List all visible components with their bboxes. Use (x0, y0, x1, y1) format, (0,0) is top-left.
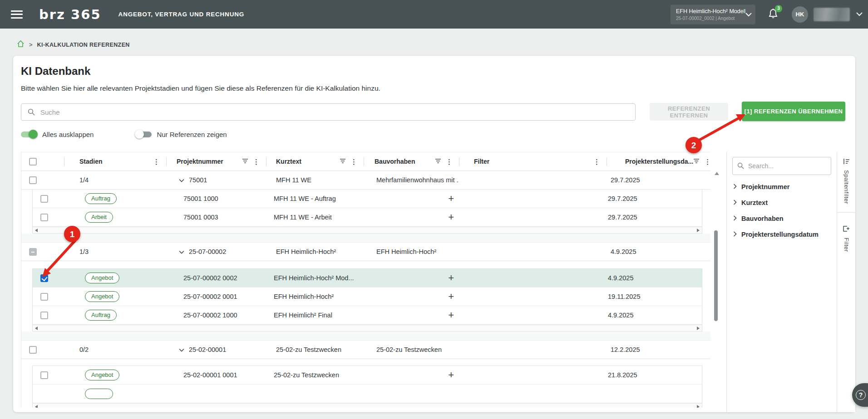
collapse-chevron-icon[interactable] (179, 176, 184, 184)
filter-icon[interactable] (435, 158, 441, 165)
stage-subtable: Angebot25-02-00001 000125-02-zu Testzwec… (32, 365, 702, 408)
scroll-right-icon[interactable] (697, 326, 700, 330)
sidebar-filter-item-projektnummer[interactable]: Projektnummer (727, 179, 837, 195)
sidebar-filter-item-label: Projektnummer (741, 183, 789, 190)
horizontal-scrollbar[interactable] (33, 325, 702, 331)
table-scroll-up-button[interactable] (715, 172, 719, 175)
help-icon: ? (856, 390, 866, 400)
select-all-checkbox[interactable] (29, 158, 37, 166)
tab-filter[interactable]: Filter (837, 219, 855, 252)
stage-projektnummer: 25-02-00001 0001 (167, 366, 266, 384)
add-bauvorhaben-button[interactable]: + (445, 292, 457, 302)
add-bauvorhaben-button[interactable]: + (445, 310, 457, 320)
stage-row-partial (33, 385, 702, 403)
column-header-label: Bauvorhaben (375, 158, 415, 165)
menu-icon[interactable] (11, 10, 23, 19)
column-menu-icon[interactable]: ⋮ (446, 158, 453, 165)
column-menu-icon[interactable]: ⋮ (704, 158, 710, 165)
group-gap (21, 331, 710, 341)
expand-all-toggle[interactable] (21, 130, 37, 139)
group-header-row[interactable]: 0/225-02-0000125-02-zu Testzwecken25-02-… (21, 341, 710, 359)
stage-row[interactable]: Angebot25-02-00001 000125-02-zu Testzwec… (33, 366, 702, 385)
home-icon[interactable] (17, 40, 25, 49)
collapse-chevron-icon[interactable] (179, 346, 184, 353)
column-header-kurztext[interactable]: Kurztext⋮ (266, 152, 364, 171)
collapse-chevron-icon[interactable] (179, 248, 184, 255)
column-header-stadien[interactable]: Stadien⋮ (64, 152, 166, 171)
add-bauvorhaben-button[interactable]: + (445, 194, 457, 204)
filter-icon[interactable] (242, 158, 248, 165)
column-header-bauvorhaben[interactable]: Bauvorhaben⋮ (364, 152, 459, 171)
column-menu-icon[interactable]: ⋮ (350, 158, 357, 165)
filter-icon[interactable] (693, 158, 700, 165)
search-input[interactable] (21, 103, 636, 121)
group-header-row[interactable]: 1/325-07-00002EFH Heimlich-Hoch²EFH Heim… (21, 243, 710, 261)
stage-checkbox[interactable] (40, 195, 48, 203)
project-selector[interactable]: EFH Heimlich-Hoch² Modell 25-07-00002_00… (671, 5, 755, 24)
column-menu-icon[interactable]: ⋮ (253, 158, 260, 165)
only-references-toggle[interactable] (135, 130, 152, 139)
scroll-right-icon[interactable] (697, 405, 700, 408)
scroll-left-icon[interactable] (35, 326, 38, 330)
group-checkbox[interactable] (29, 176, 37, 184)
stage-checkbox[interactable] (40, 274, 48, 282)
project-selector-subtitle: 25-07-00002_0002 | Angebot (676, 16, 745, 21)
sidebar-filter-item-projekterstellungsdatum[interactable]: Projekterstellungsdatum (727, 226, 837, 242)
column-header-label: Stadien (79, 158, 103, 165)
add-bauvorhaben-button[interactable]: + (445, 273, 457, 283)
tab-spaltenfilter-label: Spaltenfilter (843, 170, 850, 204)
scroll-left-icon[interactable] (35, 229, 38, 232)
breadcrumb-current: KI-KALKULATION REFERENZEN (37, 42, 130, 48)
group-checkbox[interactable] (29, 346, 37, 354)
add-bauvorhaben-button[interactable]: + (445, 370, 457, 380)
expand-all-label: Alles ausklappen (42, 131, 94, 138)
horizontal-scrollbar[interactable] (33, 403, 702, 408)
add-bauvorhaben-button[interactable]: + (445, 212, 457, 222)
filter-icon[interactable] (340, 158, 346, 165)
stage-checkbox[interactable] (40, 312, 48, 319)
avatar[interactable]: HK (792, 6, 808, 23)
tab-spaltenfilter[interactable]: Spaltenfilter (837, 152, 855, 204)
column-header-filter[interactable]: Filter⋮ (459, 152, 607, 171)
stage-row[interactable]: Angebot25-07-00002 0001EFH Heimlich-Hoch… (33, 287, 702, 306)
notifications-button[interactable]: 3 (768, 8, 778, 21)
user-menu-chevron-icon[interactable] (856, 12, 863, 16)
stage-badge-cell: Auftrag (64, 306, 167, 324)
group-datum: 29.7.2025 (607, 171, 710, 189)
scroll-right-icon[interactable] (697, 229, 700, 232)
stage-datum: 19.11.2025 (607, 287, 702, 306)
stage-row[interactable]: Auftrag75001 1000MFH 11 WE - Auftrag+29.… (33, 190, 702, 208)
stage-checkbox-cell (33, 269, 64, 287)
column-menu-icon[interactable]: ⋮ (593, 158, 600, 165)
stage-row[interactable]: Auftrag25-07-00002 1000EFH Heimlich² Fin… (33, 306, 702, 325)
group-checkbox[interactable] (29, 248, 37, 256)
stage-row[interactable]: Angebot25-07-00002 0002EFH Heimlich-Hoch… (33, 269, 702, 287)
notification-badge: 3 (775, 5, 782, 12)
stage-bauvorhaben-cell: + (364, 306, 459, 324)
column-header-projektnummer[interactable]: Projektnummer⋮ (166, 152, 266, 171)
stage-checkbox[interactable] (40, 293, 48, 301)
stage-row[interactable]: Arbeit75001 0003MFH 11 WE - Arbeit+29.7.… (33, 208, 702, 227)
stage-badge-cell: Arbeit (64, 208, 167, 226)
stage-filter-cell (459, 190, 607, 208)
remove-references-button[interactable]: REFERENZEN ENTFERNEN (650, 103, 728, 121)
header-select-all-cell (21, 152, 64, 171)
sidebar-search-input[interactable] (732, 157, 831, 175)
apply-references-button[interactable]: [1] REFERENZEN ÜBERNEHMEN (742, 102, 845, 121)
group-checkbox-cell (21, 243, 64, 261)
sidebar-filter-item-kurztext[interactable]: Kurztext (727, 195, 837, 210)
table-vertical-scrollbar[interactable] (714, 230, 718, 321)
sidebar-filter-item-bauvorhaben[interactable]: Bauvorhaben (727, 210, 837, 226)
stage-kurztext: 25-02-zu Testzwecken (266, 366, 364, 384)
column-filter-panel: ProjektnummerKurztextBauvorhabenProjekte… (726, 152, 837, 412)
stage-filter-cell (459, 287, 607, 306)
stage-checkbox[interactable] (40, 371, 48, 379)
horizontal-scrollbar[interactable] (33, 227, 702, 233)
stage-kurztext: EFH Heimlich-Hoch² Mod... (266, 269, 364, 287)
column-menu-icon[interactable]: ⋮ (153, 158, 160, 165)
column-header-projekterstellungsda[interactable]: Projekterstellungsda...⋮ (607, 152, 710, 171)
group-header-row[interactable]: 1/475001MFH 11 WEMehrfamilienwohnhaus mi… (21, 171, 710, 190)
column-header-label: Projektnummer (177, 158, 223, 165)
stage-checkbox[interactable] (40, 214, 48, 221)
scroll-left-icon[interactable] (35, 405, 38, 408)
